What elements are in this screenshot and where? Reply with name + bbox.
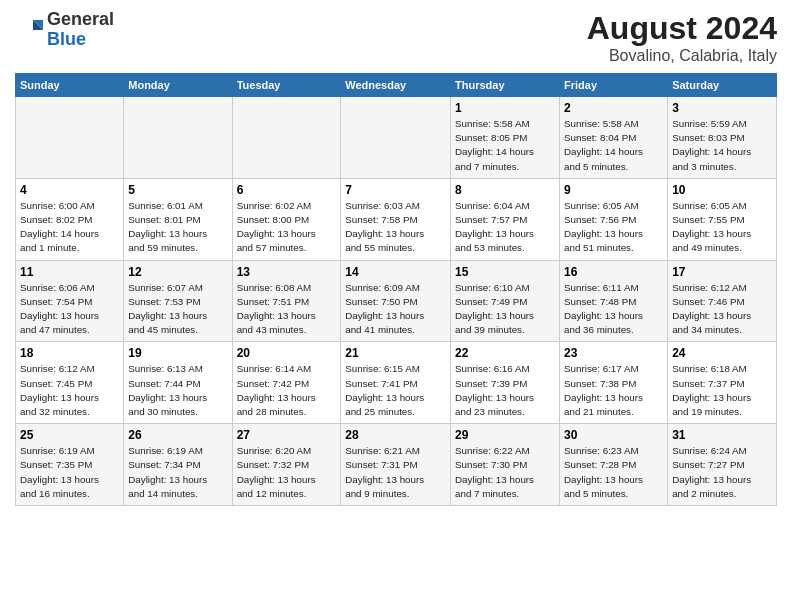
header: General Blue August 2024 Bovalino, Calab… [15, 10, 777, 65]
day-info: Sunrise: 6:01 AMSunset: 8:01 PMDaylight:… [128, 199, 227, 256]
table-row: 26Sunrise: 6:19 AMSunset: 7:34 PMDayligh… [124, 424, 232, 506]
day-number: 25 [20, 428, 119, 442]
day-info: Sunrise: 6:13 AMSunset: 7:44 PMDaylight:… [128, 362, 227, 419]
day-info: Sunrise: 5:58 AMSunset: 8:04 PMDaylight:… [564, 117, 663, 174]
day-info: Sunrise: 6:06 AMSunset: 7:54 PMDaylight:… [20, 281, 119, 338]
day-number: 6 [237, 183, 337, 197]
day-info: Sunrise: 6:09 AMSunset: 7:50 PMDaylight:… [345, 281, 446, 338]
col-tuesday: Tuesday [232, 74, 341, 97]
table-row: 25Sunrise: 6:19 AMSunset: 7:35 PMDayligh… [16, 424, 124, 506]
calendar-week-row: 25Sunrise: 6:19 AMSunset: 7:35 PMDayligh… [16, 424, 777, 506]
table-row: 9Sunrise: 6:05 AMSunset: 7:56 PMDaylight… [560, 178, 668, 260]
day-number: 31 [672, 428, 772, 442]
day-info: Sunrise: 5:58 AMSunset: 8:05 PMDaylight:… [455, 117, 555, 174]
table-row: 28Sunrise: 6:21 AMSunset: 7:31 PMDayligh… [341, 424, 451, 506]
day-info: Sunrise: 6:20 AMSunset: 7:32 PMDaylight:… [237, 444, 337, 501]
table-row: 16Sunrise: 6:11 AMSunset: 7:48 PMDayligh… [560, 260, 668, 342]
day-number: 19 [128, 346, 227, 360]
logo-icon [15, 16, 43, 44]
calendar-table: Sunday Monday Tuesday Wednesday Thursday… [15, 73, 777, 506]
day-info: Sunrise: 6:21 AMSunset: 7:31 PMDaylight:… [345, 444, 446, 501]
day-number: 28 [345, 428, 446, 442]
table-row: 15Sunrise: 6:10 AMSunset: 7:49 PMDayligh… [451, 260, 560, 342]
day-number: 1 [455, 101, 555, 115]
day-info: Sunrise: 6:18 AMSunset: 7:37 PMDaylight:… [672, 362, 772, 419]
day-number: 5 [128, 183, 227, 197]
calendar-week-row: 4Sunrise: 6:00 AMSunset: 8:02 PMDaylight… [16, 178, 777, 260]
table-row: 12Sunrise: 6:07 AMSunset: 7:53 PMDayligh… [124, 260, 232, 342]
day-info: Sunrise: 6:19 AMSunset: 7:35 PMDaylight:… [20, 444, 119, 501]
day-number: 16 [564, 265, 663, 279]
day-number: 22 [455, 346, 555, 360]
logo: General Blue [15, 10, 114, 50]
calendar-week-row: 11Sunrise: 6:06 AMSunset: 7:54 PMDayligh… [16, 260, 777, 342]
table-row: 18Sunrise: 6:12 AMSunset: 7:45 PMDayligh… [16, 342, 124, 424]
col-sunday: Sunday [16, 74, 124, 97]
table-row: 4Sunrise: 6:00 AMSunset: 8:02 PMDaylight… [16, 178, 124, 260]
table-row: 14Sunrise: 6:09 AMSunset: 7:50 PMDayligh… [341, 260, 451, 342]
day-number: 14 [345, 265, 446, 279]
table-row: 5Sunrise: 6:01 AMSunset: 8:01 PMDaylight… [124, 178, 232, 260]
day-number: 26 [128, 428, 227, 442]
table-row: 22Sunrise: 6:16 AMSunset: 7:39 PMDayligh… [451, 342, 560, 424]
page-subtitle: Bovalino, Calabria, Italy [587, 47, 777, 65]
day-number: 30 [564, 428, 663, 442]
day-number: 24 [672, 346, 772, 360]
table-row: 10Sunrise: 6:05 AMSunset: 7:55 PMDayligh… [668, 178, 777, 260]
day-info: Sunrise: 6:03 AMSunset: 7:58 PMDaylight:… [345, 199, 446, 256]
table-row: 20Sunrise: 6:14 AMSunset: 7:42 PMDayligh… [232, 342, 341, 424]
day-info: Sunrise: 6:16 AMSunset: 7:39 PMDaylight:… [455, 362, 555, 419]
day-info: Sunrise: 6:22 AMSunset: 7:30 PMDaylight:… [455, 444, 555, 501]
day-info: Sunrise: 6:23 AMSunset: 7:28 PMDaylight:… [564, 444, 663, 501]
calendar-header-row: Sunday Monday Tuesday Wednesday Thursday… [16, 74, 777, 97]
table-row: 3Sunrise: 5:59 AMSunset: 8:03 PMDaylight… [668, 97, 777, 179]
day-number: 15 [455, 265, 555, 279]
day-info: Sunrise: 6:12 AMSunset: 7:45 PMDaylight:… [20, 362, 119, 419]
day-number: 3 [672, 101, 772, 115]
day-info: Sunrise: 6:11 AMSunset: 7:48 PMDaylight:… [564, 281, 663, 338]
day-info: Sunrise: 6:00 AMSunset: 8:02 PMDaylight:… [20, 199, 119, 256]
table-row: 13Sunrise: 6:08 AMSunset: 7:51 PMDayligh… [232, 260, 341, 342]
day-info: Sunrise: 6:14 AMSunset: 7:42 PMDaylight:… [237, 362, 337, 419]
table-row: 29Sunrise: 6:22 AMSunset: 7:30 PMDayligh… [451, 424, 560, 506]
col-thursday: Thursday [451, 74, 560, 97]
day-number: 18 [20, 346, 119, 360]
day-info: Sunrise: 6:12 AMSunset: 7:46 PMDaylight:… [672, 281, 772, 338]
page-container: General Blue August 2024 Bovalino, Calab… [0, 0, 792, 516]
table-row: 2Sunrise: 5:58 AMSunset: 8:04 PMDaylight… [560, 97, 668, 179]
day-info: Sunrise: 6:17 AMSunset: 7:38 PMDaylight:… [564, 362, 663, 419]
table-row: 19Sunrise: 6:13 AMSunset: 7:44 PMDayligh… [124, 342, 232, 424]
day-info: Sunrise: 6:08 AMSunset: 7:51 PMDaylight:… [237, 281, 337, 338]
title-block: August 2024 Bovalino, Calabria, Italy [587, 10, 777, 65]
day-number: 9 [564, 183, 663, 197]
day-number: 23 [564, 346, 663, 360]
day-info: Sunrise: 6:04 AMSunset: 7:57 PMDaylight:… [455, 199, 555, 256]
col-friday: Friday [560, 74, 668, 97]
table-row: 11Sunrise: 6:06 AMSunset: 7:54 PMDayligh… [16, 260, 124, 342]
day-number: 17 [672, 265, 772, 279]
day-number: 27 [237, 428, 337, 442]
day-info: Sunrise: 6:10 AMSunset: 7:49 PMDaylight:… [455, 281, 555, 338]
table-row: 7Sunrise: 6:03 AMSunset: 7:58 PMDaylight… [341, 178, 451, 260]
day-number: 8 [455, 183, 555, 197]
table-row: 6Sunrise: 6:02 AMSunset: 8:00 PMDaylight… [232, 178, 341, 260]
table-row: 8Sunrise: 6:04 AMSunset: 7:57 PMDaylight… [451, 178, 560, 260]
day-number: 7 [345, 183, 446, 197]
day-info: Sunrise: 6:05 AMSunset: 7:56 PMDaylight:… [564, 199, 663, 256]
table-row: 24Sunrise: 6:18 AMSunset: 7:37 PMDayligh… [668, 342, 777, 424]
table-row: 1Sunrise: 5:58 AMSunset: 8:05 PMDaylight… [451, 97, 560, 179]
day-info: Sunrise: 6:15 AMSunset: 7:41 PMDaylight:… [345, 362, 446, 419]
table-row: 23Sunrise: 6:17 AMSunset: 7:38 PMDayligh… [560, 342, 668, 424]
day-info: Sunrise: 6:05 AMSunset: 7:55 PMDaylight:… [672, 199, 772, 256]
table-row: 27Sunrise: 6:20 AMSunset: 7:32 PMDayligh… [232, 424, 341, 506]
day-info: Sunrise: 6:24 AMSunset: 7:27 PMDaylight:… [672, 444, 772, 501]
table-row: 21Sunrise: 6:15 AMSunset: 7:41 PMDayligh… [341, 342, 451, 424]
col-saturday: Saturday [668, 74, 777, 97]
col-wednesday: Wednesday [341, 74, 451, 97]
col-monday: Monday [124, 74, 232, 97]
table-row [341, 97, 451, 179]
table-row: 30Sunrise: 6:23 AMSunset: 7:28 PMDayligh… [560, 424, 668, 506]
day-number: 10 [672, 183, 772, 197]
day-number: 2 [564, 101, 663, 115]
logo-general-text: General [47, 9, 114, 29]
